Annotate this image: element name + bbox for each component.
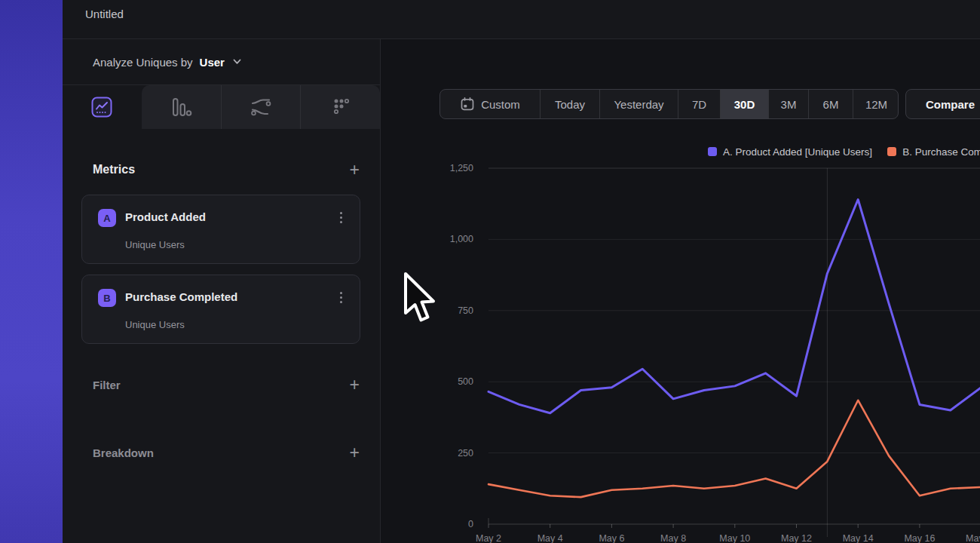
x-axis-tick-label: May 14 <box>843 533 874 543</box>
add-metric-button[interactable]: + <box>350 162 360 177</box>
metric-measurement[interactable]: Unique Users <box>125 319 185 330</box>
x-axis-tick-label: May 16 <box>904 533 935 543</box>
x-axis-tick-label: May 6 <box>599 533 624 543</box>
tab-flows[interactable] <box>221 85 301 129</box>
y-axis-tick-label: 1,000 <box>450 234 473 244</box>
chart-series-b[interactable] <box>488 400 980 497</box>
x-axis-tick-label: May 18 <box>966 533 980 543</box>
kebab-menu-icon[interactable] <box>335 292 346 305</box>
report-title[interactable]: Untitled <box>85 0 124 39</box>
tab-bar-chart[interactable] <box>142 85 221 129</box>
tab-grid[interactable] <box>300 85 380 129</box>
metric-badge: A <box>98 209 116 227</box>
breakdown-header: Breakdown + <box>93 445 360 460</box>
flows-icon <box>250 96 272 118</box>
line-chart-icon <box>90 96 113 118</box>
y-axis-tick-label: 0 <box>468 519 473 529</box>
metric-name[interactable]: Purchase Completed <box>125 290 237 303</box>
analyze-row: Analyze Uniques by User <box>63 39 380 85</box>
metric-card-a[interactable]: AProduct AddedUnique Users <box>81 195 360 264</box>
metric-card-b[interactable]: BPurchase CompletedUnique Users <box>81 275 360 344</box>
y-axis-tick-label: 750 <box>458 305 473 316</box>
chart-type-tabs <box>63 85 380 129</box>
x-axis-tick-label: May 12 <box>781 533 812 543</box>
x-axis-tick-label: May 4 <box>537 533 563 543</box>
x-axis-tick-label: May 8 <box>660 533 686 543</box>
metric-badge: B <box>98 289 116 307</box>
y-axis-tick-label: 250 <box>458 448 473 459</box>
filter-title: Filter <box>93 379 121 391</box>
breakdown-title: Breakdown <box>93 446 154 459</box>
y-axis-tick-label: 1,250 <box>450 163 473 173</box>
metrics-header: Metrics + <box>93 162 360 177</box>
chart-type-tab-group <box>142 85 380 129</box>
analyze-label: Analyze Uniques by <box>93 56 193 69</box>
metrics-title: Metrics <box>93 163 135 176</box>
filter-header: Filter + <box>93 377 360 392</box>
chart-panel: CustomTodayYesterday7D30D3M6M12M Compare… <box>381 39 980 543</box>
analyze-entity-dropdown[interactable]: User <box>200 56 225 69</box>
add-filter-button[interactable]: + <box>350 377 360 392</box>
tab-line-chart[interactable] <box>63 85 142 129</box>
y-axis-tick-label: 500 <box>458 376 473 387</box>
add-breakdown-button[interactable]: + <box>350 445 360 460</box>
chart-series-a[interactable] <box>488 200 980 413</box>
chevron-down-icon[interactable] <box>233 59 241 65</box>
line-chart: 02505007501,0001,250May 2May 4May 6May 8… <box>381 39 980 543</box>
metric-name[interactable]: Product Added <box>125 210 206 223</box>
x-axis-tick-label: May 10 <box>719 533 750 543</box>
x-axis-tick-label: May 2 <box>476 533 501 543</box>
bar-chart-icon <box>170 96 192 118</box>
brand-gradient-strip <box>0 0 63 543</box>
query-sidebar: Analyze Uniques by User Metrics + AProdu… <box>63 39 381 543</box>
metric-measurement[interactable]: Unique Users <box>125 239 185 250</box>
app-window: Untitled Analyze Uniques by User Metrics… <box>0 0 980 543</box>
kebab-menu-icon[interactable] <box>335 212 346 225</box>
grid-dots-icon <box>329 96 352 118</box>
top-bar: Untitled <box>63 0 980 39</box>
